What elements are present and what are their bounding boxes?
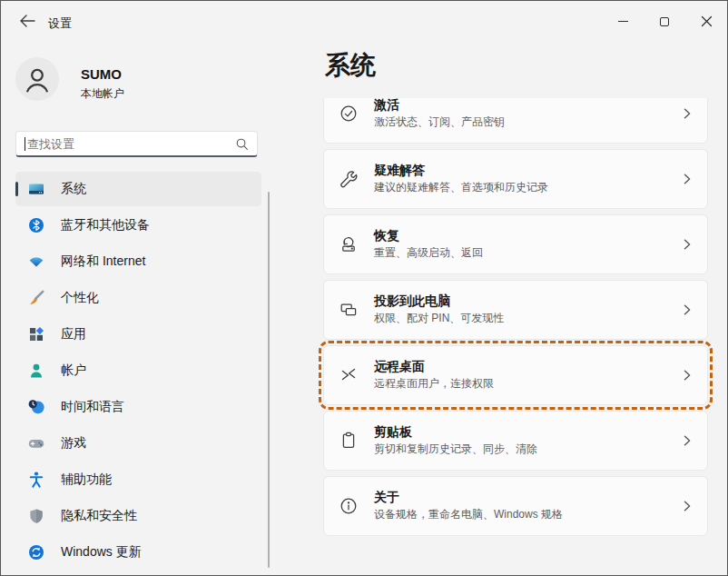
card-subtitle: 权限、配对 PIN、可发现性 xyxy=(374,311,504,326)
accessibility-icon xyxy=(27,471,45,489)
avatar[interactable] xyxy=(15,57,59,101)
card-title: 剪贴板 xyxy=(374,424,537,440)
settings-cards-list: 激活 激活状态、订阅、产品密钥 疑难解答 建议的疑难解答、首选项和历史记录 恢复… xyxy=(319,98,713,571)
settings-card-projection[interactable]: 投影到此电脑 权限、配对 PIN、可发现性 xyxy=(323,280,708,340)
card-subtitle: 重置、高级启动、返回 xyxy=(374,245,483,261)
close-button[interactable] xyxy=(685,1,727,42)
search-input[interactable] xyxy=(25,137,235,151)
sidebar-item-accounts[interactable]: 帐户 xyxy=(15,353,261,388)
settings-card-about[interactable]: 关于 设备规格，重命名电脑、Windows 规格 xyxy=(323,476,708,536)
app-title: 设置 xyxy=(48,15,72,32)
sidebar-item-label: Windows 更新 xyxy=(61,544,142,561)
back-arrow-icon xyxy=(19,15,35,27)
sidebar-item-windows-update[interactable]: Windows 更新 xyxy=(15,535,261,570)
card-title: 远程桌面 xyxy=(374,359,494,374)
windows-update-icon xyxy=(27,543,45,561)
card-subtitle: 剪切和复制历史记录、同步、清除 xyxy=(374,442,537,457)
sidebar-item-time-language[interactable]: 时间和语言 xyxy=(15,390,261,424)
sidebar-item-label: 个性化 xyxy=(61,290,99,306)
card-text: 远程桌面 远程桌面用户，连接权限 xyxy=(374,359,494,392)
time-language-icon xyxy=(27,398,45,416)
card-text: 恢复 重置、高级启动、返回 xyxy=(374,228,483,262)
card-text: 疑难解答 建议的疑难解答、首选项和历史记录 xyxy=(374,163,548,196)
chevron-right-icon xyxy=(682,435,693,446)
troubleshoot-icon xyxy=(339,169,359,189)
settings-card-remote-desktop[interactable]: 远程桌面 远程桌面用户，连接权限 xyxy=(323,345,708,405)
chevron-right-icon xyxy=(682,370,693,381)
sidebar-item-network[interactable]: 网络和 Internet xyxy=(15,244,261,279)
settings-card-recovery[interactable]: 恢复 重置、高级启动、返回 xyxy=(323,214,708,274)
page-title: 系统 xyxy=(325,48,376,83)
chevron-right-icon xyxy=(682,239,693,250)
bluetooth-icon xyxy=(27,216,45,234)
selected-indicator xyxy=(15,182,18,196)
activation-icon xyxy=(339,104,359,124)
card-subtitle: 远程桌面用户，连接权限 xyxy=(374,376,494,392)
card-subtitle: 建议的疑难解答、首选项和历史记录 xyxy=(374,180,548,195)
sidebar-item-label: 系统 xyxy=(61,181,86,197)
sidebar-item-bluetooth[interactable]: 蓝牙和其他设备 xyxy=(15,208,261,243)
sidebar-item-privacy[interactable]: 隐私和安全性 xyxy=(15,499,261,533)
minimize-button[interactable] xyxy=(602,1,644,42)
sidebar-item-apps[interactable]: 应用 xyxy=(15,317,261,352)
close-icon xyxy=(701,15,713,27)
card-text: 投影到此电脑 权限、配对 PIN、可发现性 xyxy=(374,293,504,327)
recovery-icon xyxy=(339,234,359,254)
gaming-icon xyxy=(27,434,45,452)
projection-icon xyxy=(339,300,359,320)
chevron-right-icon xyxy=(682,174,693,184)
person-icon xyxy=(22,64,53,94)
settings-window: 设置 SUMO 本地帐户 系统 蓝牙和其他设备 xyxy=(0,0,728,576)
settings-card-activation[interactable]: 激活 激活状态、订阅、产品密钥 xyxy=(323,98,708,144)
network-icon xyxy=(27,253,45,271)
settings-card-troubleshoot[interactable]: 疑难解答 建议的疑难解答、首选项和历史记录 xyxy=(323,149,708,209)
apps-icon xyxy=(27,325,45,343)
sidebar-scrollbar[interactable] xyxy=(268,192,270,568)
card-text: 激活 激活状态、订阅、产品密钥 xyxy=(374,98,505,130)
sidebar-item-label: 隐私和安全性 xyxy=(61,508,137,524)
search-box[interactable] xyxy=(15,131,258,157)
sidebar-item-accessibility[interactable]: 辅助功能 xyxy=(15,462,261,497)
chevron-right-icon xyxy=(682,108,693,119)
sidebar-item-gaming[interactable]: 游戏 xyxy=(15,426,261,461)
sidebar-nav: 系统 蓝牙和其他设备 网络和 Internet 个性化 应用 帐户 时间和语言 … xyxy=(15,172,261,571)
card-title: 激活 xyxy=(374,98,505,112)
sidebar-item-label: 应用 xyxy=(61,326,86,343)
system-icon xyxy=(27,180,45,198)
sidebar-item-system[interactable]: 系统 xyxy=(15,172,261,206)
card-title: 投影到此电脑 xyxy=(374,293,504,309)
remote-desktop-icon xyxy=(339,365,359,385)
card-title: 关于 xyxy=(374,490,563,505)
sidebar-item-label: 游戏 xyxy=(61,435,86,452)
user-account-type: 本地帐户 xyxy=(81,86,124,102)
user-name: SUMO xyxy=(81,66,122,82)
card-title: 恢复 xyxy=(374,228,483,243)
maximize-button[interactable] xyxy=(644,1,685,42)
card-title: 疑难解答 xyxy=(374,163,548,178)
minimize-icon xyxy=(618,21,628,22)
back-button[interactable] xyxy=(13,7,42,35)
sidebar-item-label: 网络和 Internet xyxy=(61,253,145,270)
card-text: 关于 设备规格，重命名电脑、Windows 规格 xyxy=(374,490,563,523)
sidebar-item-label: 时间和语言 xyxy=(61,399,124,415)
card-subtitle: 激活状态、订阅、产品密钥 xyxy=(374,114,505,130)
sidebar-item-label: 帐户 xyxy=(61,362,86,379)
chevron-right-icon xyxy=(682,304,693,315)
privacy-icon xyxy=(27,507,45,525)
clipboard-icon xyxy=(339,431,359,451)
maximize-icon xyxy=(660,17,669,26)
chevron-right-icon xyxy=(682,501,693,511)
personalization-icon xyxy=(27,289,45,307)
titlebar: 设置 xyxy=(1,1,727,42)
settings-card-clipboard[interactable]: 剪贴板 剪切和复制历史记录、同步、清除 xyxy=(323,411,708,471)
window-controls xyxy=(602,1,727,42)
sidebar-item-personalization[interactable]: 个性化 xyxy=(15,281,261,315)
sidebar-item-label: 蓝牙和其他设备 xyxy=(61,217,150,233)
card-subtitle: 设备规格，重命名电脑、Windows 规格 xyxy=(374,507,563,522)
about-icon xyxy=(339,496,359,516)
search-icon xyxy=(235,137,249,151)
sidebar-item-label: 辅助功能 xyxy=(61,472,112,488)
card-text: 剪贴板 剪切和复制历史记录、同步、清除 xyxy=(374,424,537,458)
accounts-icon xyxy=(27,362,45,380)
